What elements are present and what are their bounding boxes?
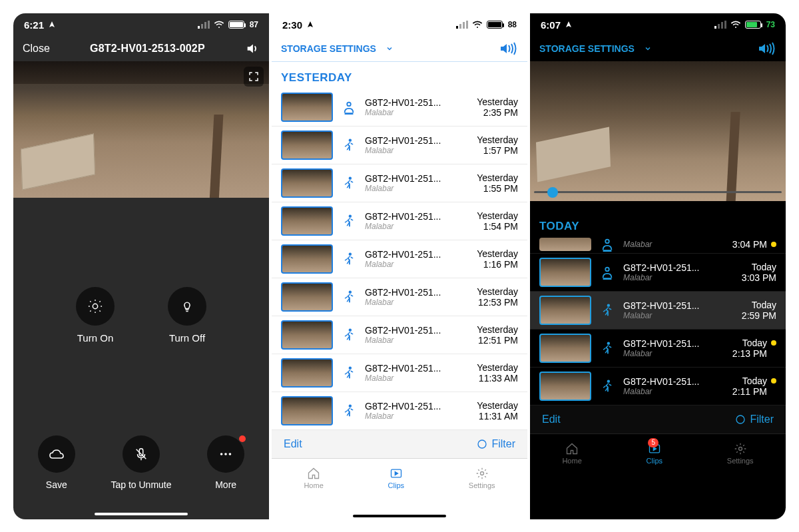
clip-row[interactable]: G8T2-HV01-251...MalabarYesterday1:16 PM — [272, 240, 527, 278]
clip-row[interactable]: G8T2-HV01-251...MalabarToday2:11 PM — [530, 368, 786, 405]
speaker-loud-icon[interactable] — [758, 41, 776, 56]
svg-point-14 — [477, 27, 478, 28]
light-off-icon — [180, 300, 194, 313]
clip-row[interactable]: Malabar3:04 PM — [530, 236, 786, 254]
clip-location: Malabar — [623, 273, 735, 282]
scrubber[interactable] — [530, 185, 786, 198]
tab-bar: Home 5 Clips Settings — [530, 433, 786, 472]
clip-video[interactable] — [530, 61, 786, 201]
svg-point-7 — [220, 453, 223, 455]
live-video[interactable] — [13, 61, 269, 198]
clip-row[interactable]: G8T2-HV01-251...MalabarYesterday1:55 PM — [272, 164, 527, 202]
clip-row[interactable]: G8T2-HV01-251...MalabarYesterday1:57 PM — [272, 127, 527, 164]
clip-thumbnail[interactable] — [539, 258, 591, 287]
close-button[interactable]: Close — [23, 43, 50, 55]
clip-list[interactable]: Malabar3:04 PMG8T2-HV01-251...MalabarTod… — [530, 236, 786, 405]
svg-point-42 — [738, 447, 742, 450]
storage-settings-button[interactable]: STORAGE SETTINGS — [539, 43, 635, 54]
motion-icon — [340, 214, 358, 228]
tab-settings[interactable]: Settings — [727, 442, 754, 465]
home-indicator[interactable] — [353, 515, 446, 517]
svg-rect-11 — [459, 24, 461, 29]
turn-on-label: Turn On — [77, 332, 113, 344]
unmute-button[interactable]: Tap to Unmute — [111, 435, 171, 490]
edit-button[interactable]: Edit — [284, 438, 302, 450]
status-time: 6:07 — [541, 19, 561, 31]
clip-thumbnail[interactable] — [539, 238, 591, 251]
clip-name: G8T2-HV01-251... — [365, 135, 470, 146]
clip-row[interactable]: G8T2-HV01-251...MalabarToday2:13 PM — [530, 330, 786, 368]
clip-thumbnail[interactable] — [539, 334, 591, 363]
chevron-down-icon[interactable] — [386, 45, 394, 53]
location-icon — [306, 21, 314, 29]
list-toolbar: Edit Filter — [272, 430, 527, 458]
scrubber-thumb[interactable] — [547, 187, 558, 198]
chevron-down-icon[interactable] — [644, 45, 652, 53]
clip-row[interactable]: G8T2-HV01-251...MalabarYesterday1:54 PM — [272, 202, 527, 240]
unmute-label: Tap to Unmute — [111, 479, 171, 490]
tab-clips[interactable]: Clips — [388, 467, 404, 489]
clip-thumbnail[interactable] — [281, 131, 333, 160]
battery-percent: 87 — [250, 20, 258, 29]
svg-point-15 — [347, 103, 351, 107]
clip-location: Malabar — [365, 222, 470, 231]
tab-settings[interactable]: Settings — [469, 467, 495, 489]
clip-row[interactable]: G8T2-HV01-251...MalabarYesterday11:33 AM — [272, 354, 527, 392]
location-icon — [565, 21, 573, 29]
clip-thumbnail[interactable] — [281, 396, 333, 425]
status-bar: 6:21 87 — [13, 13, 269, 36]
clip-thumbnail[interactable] — [281, 244, 333, 274]
clip-list[interactable]: G8T2-HV01-251...MalabarYesterday2:35 PMG… — [272, 89, 527, 430]
clip-thumbnail[interactable] — [539, 372, 591, 401]
turn-on-button[interactable]: Turn On — [76, 287, 115, 344]
tab-home[interactable]: Home — [304, 467, 323, 489]
tab-clips[interactable]: 5 Clips — [647, 442, 663, 465]
clip-thumbnail[interactable] — [281, 320, 333, 350]
clip-row[interactable]: G8T2-HV01-251...MalabarYesterday11:31 AM — [272, 392, 527, 430]
unread-dot — [771, 340, 776, 346]
svg-point-20 — [349, 252, 352, 255]
motion-icon — [340, 176, 358, 190]
clip-info: G8T2-HV01-251...Malabar — [623, 376, 726, 396]
save-button[interactable]: Save — [38, 435, 75, 490]
turn-off-button[interactable]: Turn Off — [168, 287, 206, 344]
filter-button[interactable]: Filter — [477, 438, 515, 450]
svg-point-18 — [349, 176, 352, 179]
clip-location: Malabar — [623, 240, 726, 249]
clip-location: Malabar — [623, 387, 726, 396]
filter-button[interactable]: Filter — [735, 413, 774, 425]
clip-row[interactable]: G8T2-HV01-251...MalabarYesterday12:53 PM — [272, 278, 527, 316]
clip-row[interactable]: G8T2-HV01-251...MalabarToday2:59 PM — [530, 292, 786, 330]
svg-rect-31 — [724, 21, 726, 29]
section-label: YESTERDAY — [272, 62, 527, 89]
camera-title: G8T2-HV01-2513-002P — [90, 43, 205, 55]
motion-icon — [598, 379, 617, 394]
clip-info: Malabar — [623, 240, 726, 249]
clip-time: Yesterday12:51 PM — [477, 324, 518, 346]
tab-home[interactable]: Home — [562, 442, 581, 465]
clip-thumbnail[interactable] — [281, 93, 333, 122]
storage-settings-button[interactable]: STORAGE SETTINGS — [281, 43, 376, 54]
clip-row[interactable]: G8T2-HV01-251...MalabarYesterday2:35 PM — [272, 89, 527, 127]
speaker-loud-icon[interactable] — [499, 41, 518, 56]
clip-row[interactable]: G8T2-HV01-251...MalabarToday3:03 PM — [530, 254, 786, 292]
clip-thumbnail[interactable] — [281, 358, 333, 388]
clip-time: Yesterday2:35 PM — [477, 97, 518, 118]
clip-thumbnail[interactable] — [281, 206, 333, 236]
svg-point-24 — [349, 404, 352, 407]
edit-button[interactable]: Edit — [542, 413, 561, 425]
clip-info: G8T2-HV01-251...Malabar — [365, 211, 470, 231]
home-indicator[interactable] — [95, 513, 188, 515]
clip-row[interactable]: G8T2-HV01-251...MalabarYesterday12:51 PM — [272, 316, 527, 354]
clip-thumbnail[interactable] — [281, 168, 333, 198]
clip-thumbnail[interactable] — [281, 282, 333, 312]
more-button[interactable]: More — [207, 435, 244, 490]
fullscreen-button[interactable] — [244, 67, 264, 87]
speaker-icon[interactable] — [245, 41, 260, 56]
more-icon — [218, 447, 233, 461]
person-icon — [598, 265, 617, 280]
status-time: 2:30 — [282, 19, 302, 31]
clip-name: G8T2-HV01-251... — [365, 363, 470, 374]
clip-thumbnail[interactable] — [539, 296, 591, 325]
clips-badge: 5 — [648, 438, 659, 447]
